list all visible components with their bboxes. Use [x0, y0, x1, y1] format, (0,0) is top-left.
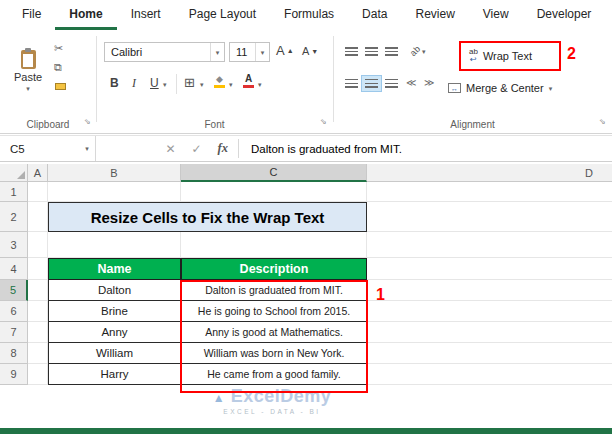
cell-d7[interactable] [367, 322, 612, 343]
italic-button[interactable]: I [132, 76, 136, 91]
top-align-button[interactable] [341, 43, 362, 60]
borders-button[interactable]: ⊞ [184, 75, 195, 90]
cell-d8[interactable] [367, 343, 612, 364]
tab-page-layout[interactable]: Page Layout [175, 0, 270, 30]
tab-developer[interactable]: Developer [523, 0, 606, 30]
name-box-value: C5 [0, 143, 79, 155]
underline-button[interactable]: U [150, 76, 159, 90]
clipboard-group-label: Clipboard [0, 119, 96, 130]
cell-b9-name[interactable]: Harry [48, 364, 181, 385]
chevron-down-icon[interactable]: ▾ [258, 81, 262, 88]
cell-d6[interactable] [367, 301, 612, 322]
increase-indent-icon[interactable]: ≫ [424, 77, 434, 88]
watermark-triangle-icon: ▲ [213, 391, 225, 405]
cut-icon[interactable]: ✂ [54, 42, 63, 55]
copy-icon[interactable]: ⧉ [54, 61, 62, 74]
column-header-d[interactable]: D [367, 164, 612, 182]
middle-align-button[interactable] [361, 43, 382, 60]
bottom-align-button[interactable] [381, 43, 402, 60]
enter-icon[interactable]: ✓ [192, 142, 202, 156]
row-header-8[interactable]: 8 [0, 343, 28, 364]
table-header-description[interactable]: Description [181, 258, 367, 280]
cell-d4[interactable] [367, 258, 612, 280]
column-header-c[interactable]: C [181, 164, 367, 182]
tab-formulas[interactable]: Formulas [270, 0, 348, 30]
chevron-down-icon[interactable]: ▾ [229, 81, 233, 88]
merge-center-label: Merge & Center [466, 82, 544, 94]
font-size-combo[interactable]: 11 ▾ [229, 42, 270, 62]
row-header-6[interactable]: 6 [0, 301, 28, 322]
cell-b5-name[interactable]: Dalton [48, 280, 181, 301]
cell-d3[interactable] [367, 232, 612, 258]
cell-b1[interactable] [48, 182, 181, 202]
worksheet-title-cell[interactable]: Resize Cells to Fix the Wrap Text [48, 202, 367, 232]
merge-center-button[interactable]: ↔ Merge & Center ▾ [448, 77, 552, 99]
button-separator [176, 74, 177, 94]
row-header-5[interactable]: 5 [0, 280, 28, 301]
chevron-down-icon: ▾ [422, 48, 426, 55]
tab-view[interactable]: View [469, 0, 523, 30]
row-header-3[interactable]: 3 [0, 232, 28, 258]
cell-a8[interactable] [28, 343, 48, 364]
fill-color-button[interactable]: ◆ [214, 75, 225, 88]
cell-a2[interactable] [28, 202, 48, 232]
insert-function-icon[interactable]: fx [218, 141, 228, 156]
name-box[interactable]: C5 ▾ [0, 136, 96, 161]
clipboard-dialog-launcher-icon[interactable]: ⇘ [84, 117, 91, 126]
row-header-7[interactable]: 7 [0, 322, 28, 343]
cell-b8-name[interactable]: William [48, 343, 181, 364]
cell-d1[interactable] [367, 182, 612, 202]
chevron-down-icon[interactable]: ▾ [255, 43, 269, 61]
increase-font-size-button[interactable]: A▲ [276, 43, 294, 58]
row-header-9[interactable]: 9 [0, 364, 28, 385]
cell-d9[interactable] [367, 364, 612, 385]
tab-insert[interactable]: Insert [117, 0, 175, 30]
column-header-b[interactable]: B [48, 164, 181, 182]
align-right-button[interactable] [381, 75, 402, 92]
row-header-2[interactable]: 2 [0, 202, 28, 232]
cell-a4[interactable] [28, 258, 48, 280]
bold-button[interactable]: B [110, 76, 119, 90]
alignment-dialog-launcher-icon[interactable]: ⇘ [599, 117, 606, 126]
cell-c1[interactable] [181, 182, 367, 202]
cell-a7[interactable] [28, 322, 48, 343]
cell-b3[interactable] [48, 232, 181, 258]
cancel-icon[interactable]: ✕ [165, 142, 175, 156]
decrease-font-size-button[interactable]: A▼ [302, 45, 318, 57]
format-painter-icon[interactable] [55, 83, 66, 90]
cell-b6-name[interactable]: Brine [48, 301, 181, 322]
center-align-button[interactable] [361, 75, 382, 92]
tab-review[interactable]: Review [401, 0, 468, 30]
chevron-down-icon[interactable]: ▾ [200, 81, 204, 88]
chevron-down-icon[interactable]: ▾ [210, 43, 224, 61]
paste-button[interactable]: Paste ▾ [8, 38, 48, 104]
table-header-name[interactable]: Name [48, 258, 181, 280]
column-header-a[interactable]: A [28, 164, 48, 182]
align-left-button[interactable] [341, 75, 362, 92]
font-name-combo[interactable]: Calibri ▾ [104, 42, 225, 62]
tab-home[interactable]: Home [55, 0, 116, 30]
cell-a5[interactable] [28, 280, 48, 301]
cell-a9[interactable] [28, 364, 48, 385]
cell-d5[interactable] [367, 280, 612, 301]
orientation-button[interactable]: ab ▾ [410, 46, 426, 56]
decrease-indent-icon[interactable]: ≪ [406, 77, 416, 88]
cell-a3[interactable] [28, 232, 48, 258]
row-header-4[interactable]: 4 [0, 258, 28, 280]
font-color-button[interactable]: A [243, 74, 254, 88]
watermark-tagline: EXCEL - DATA - BI [182, 408, 362, 415]
cell-a6[interactable] [28, 301, 48, 322]
formula-input[interactable]: Dalton is graduated from MIT. [239, 136, 612, 161]
font-dialog-launcher-icon[interactable]: ⇘ [320, 117, 327, 126]
center-align-icon [365, 79, 378, 88]
chevron-down-icon[interactable]: ▾ [163, 81, 167, 88]
cell-d2[interactable] [367, 202, 612, 232]
select-all-corner[interactable] [0, 164, 28, 182]
chevron-down-icon[interactable]: ▾ [79, 145, 95, 152]
cell-a1[interactable] [28, 182, 48, 202]
tab-data[interactable]: Data [348, 0, 401, 30]
tab-file[interactable]: File [8, 0, 55, 30]
cell-c3[interactable] [181, 232, 367, 258]
row-header-1[interactable]: 1 [0, 182, 28, 202]
cell-b7-name[interactable]: Anny [48, 322, 181, 343]
